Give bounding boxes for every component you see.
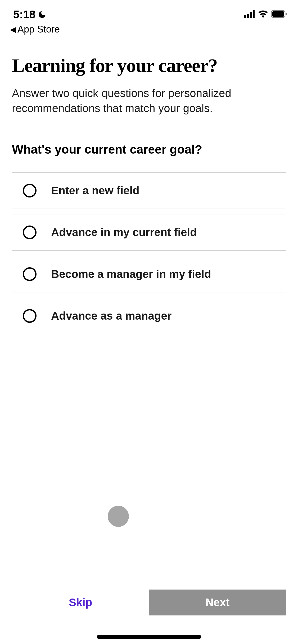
option-label: Advance in my current field <box>51 226 197 239</box>
cellular-signal-icon <box>244 10 255 19</box>
wifi-icon <box>258 10 268 19</box>
svg-rect-3 <box>253 10 255 18</box>
option-advance-as-manager[interactable]: Advance as a manager <box>12 298 286 334</box>
moon-icon <box>38 10 47 19</box>
page-subtitle: Answer two quick questions for personali… <box>12 86 286 116</box>
radio-icon <box>23 226 37 239</box>
battery-icon <box>271 10 287 19</box>
skip-button[interactable]: Skip <box>12 590 149 615</box>
footer-actions: Skip Next <box>0 590 298 615</box>
status-bar: 5:18 <box>0 0 298 24</box>
svg-rect-5 <box>272 11 284 17</box>
option-label: Become a manager in my field <box>51 268 211 280</box>
page-title: Learning for your career? <box>12 55 286 77</box>
back-label: App Store <box>17 24 60 35</box>
radio-icon <box>23 309 37 323</box>
status-bar-right <box>244 10 287 19</box>
main-content: Learning for your career? Answer two qui… <box>0 39 298 334</box>
question-label: What's your current career goal? <box>12 142 286 157</box>
radio-icon <box>23 267 37 281</box>
status-bar-left: 5:18 <box>13 8 47 21</box>
option-label: Enter a new field <box>51 184 139 197</box>
status-time: 5:18 <box>13 8 35 21</box>
option-enter-new-field[interactable]: Enter a new field <box>12 172 286 209</box>
svg-rect-6 <box>286 13 287 15</box>
back-chevron-icon: ◀ <box>10 25 16 34</box>
option-label: Advance as a manager <box>51 310 171 322</box>
radio-icon <box>23 184 37 197</box>
svg-rect-2 <box>250 12 252 18</box>
options-list: Enter a new field Advance in my current … <box>12 172 286 334</box>
svg-rect-0 <box>244 15 246 18</box>
option-advance-current-field[interactable]: Advance in my current field <box>12 214 286 251</box>
home-indicator[interactable] <box>97 635 201 639</box>
next-button[interactable]: Next <box>149 590 286 615</box>
svg-rect-1 <box>247 14 249 18</box>
back-to-app-store[interactable]: ◀ App Store <box>0 24 298 39</box>
option-become-manager[interactable]: Become a manager in my field <box>12 256 286 292</box>
touch-indicator <box>108 506 129 527</box>
